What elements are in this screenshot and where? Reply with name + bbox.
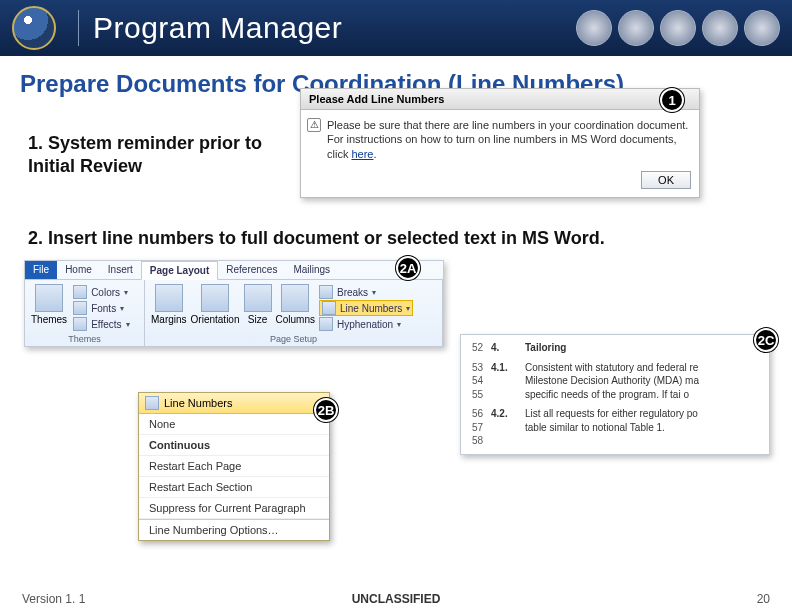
ribbon-tab-file[interactable]: File [25, 261, 57, 279]
dropdown-header[interactable]: Line Numbers▾ [139, 393, 329, 414]
footer-version: Version 1. 1 [22, 592, 85, 606]
sample-row: 564.2.List all requests for either regul… [465, 407, 763, 421]
branch-seal-icon [744, 10, 780, 46]
dropdown-item-restart-section[interactable]: Restart Each Section [139, 477, 329, 498]
line-numbers-icon [322, 301, 336, 315]
ribbon-tab-mailings[interactable]: Mailings [285, 261, 338, 279]
dialog-footer: OK [301, 167, 699, 197]
dropdown-item-suppress[interactable]: Suppress for Current Paragraph [139, 498, 329, 519]
word-ribbon: File Home Insert Page Layout References … [24, 260, 444, 347]
ribbon-group-themes: Themes Colors▾ Fonts▾ Effects▾ Themes [25, 280, 145, 346]
dialog-body-text: Please be sure that there are line numbe… [327, 119, 688, 160]
dropdown-item-continuous[interactable]: Continuous [139, 435, 329, 456]
sample-row: 58 [465, 434, 763, 448]
size-icon[interactable] [244, 284, 272, 312]
branch-seal-icon [576, 10, 612, 46]
dialog-body: ⚠ Please be sure that there are line num… [301, 110, 699, 167]
ribbon-tab-home[interactable]: Home [57, 261, 100, 279]
callout-badge-2b: 2B [314, 398, 338, 422]
step-1-text: 1. System reminder prior to Initial Revi… [28, 132, 268, 177]
chevron-down-icon: ▾ [372, 288, 376, 297]
line-numbers-icon [145, 396, 159, 410]
chevron-down-icon: ▾ [406, 304, 410, 313]
footer-page-number: 20 [757, 592, 770, 606]
colors-icon [73, 285, 87, 299]
dialog-body-post: . [373, 148, 376, 160]
group-label-themes: Themes [31, 334, 138, 344]
orientation-icon[interactable] [201, 284, 229, 312]
callout-badge-2a: 2A [396, 256, 420, 280]
header-title: Program Manager [93, 11, 342, 45]
warning-icon: ⚠ [307, 118, 321, 132]
fonts-icon [73, 301, 87, 315]
fonts-button[interactable]: Fonts▾ [73, 300, 129, 316]
sample-row: 534.1.Consistent with statutory and fede… [465, 361, 763, 375]
columns-icon[interactable] [281, 284, 309, 312]
chevron-down-icon: ▾ [124, 288, 128, 297]
effects-icon [73, 317, 87, 331]
chevron-down-icon: ▾ [397, 320, 401, 329]
ribbon-tab-page-layout[interactable]: Page Layout [141, 261, 218, 280]
branch-seal-icon [660, 10, 696, 46]
sample-row: 55specific needs of the program. If tai … [465, 388, 763, 402]
sample-row: 57table similar to notional Table 1. [465, 421, 763, 435]
slide-content: Prepare Documents for Coordination (Line… [0, 56, 792, 586]
line-numbered-sample: 524.Tailoring 534.1.Consistent with stat… [460, 334, 770, 455]
dod-seal-icon [12, 6, 56, 50]
line-numbers-dialog: Please Add Line Numbers ⚠ Please be sure… [300, 88, 700, 198]
effects-button[interactable]: Effects▾ [73, 316, 129, 332]
ribbon-tabs: File Home Insert Page Layout References … [25, 261, 443, 280]
chevron-down-icon: ▾ [126, 320, 130, 329]
ribbon-tab-insert[interactable]: Insert [100, 261, 141, 279]
header-divider [78, 10, 79, 46]
group-label-page-setup: Page Setup [151, 334, 436, 344]
dialog-title: Please Add Line Numbers [301, 89, 699, 110]
hyphenation-button[interactable]: Hyphenation▾ [319, 316, 413, 332]
slide-footer: Version 1. 1 UNCLASSIFIED 20 [0, 586, 792, 612]
line-numbers-button[interactable]: Line Numbers▾ [319, 300, 413, 316]
sample-row: 54Milestone Decision Authority (MDA) ma [465, 374, 763, 388]
branch-seals [576, 10, 780, 46]
sample-row: 524.Tailoring [465, 341, 763, 355]
dialog-here-link[interactable]: here [351, 148, 373, 160]
ribbon-group-page-setup: Margins Orientation Size Columns Breaks▾… [145, 280, 443, 346]
callout-badge-2c: 2C [754, 328, 778, 352]
ribbon-tab-references[interactable]: References [218, 261, 285, 279]
breaks-icon [319, 285, 333, 299]
margins-icon[interactable] [155, 284, 183, 312]
chevron-down-icon: ▾ [120, 304, 124, 313]
breaks-button[interactable]: Breaks▾ [319, 284, 413, 300]
branch-seal-icon [618, 10, 654, 46]
themes-label: Themes [31, 314, 67, 325]
step-2-text: 2. Insert line numbers to full document … [28, 228, 748, 249]
header-bar: Program Manager [0, 0, 792, 56]
ribbon-body: Themes Colors▾ Fonts▾ Effects▾ Themes Ma… [25, 280, 443, 346]
dropdown-item-options[interactable]: Line Numbering Options… [139, 519, 329, 540]
dropdown-item-restart-page[interactable]: Restart Each Page [139, 456, 329, 477]
footer-classification: UNCLASSIFIED [352, 592, 441, 606]
hyphenation-icon [319, 317, 333, 331]
ok-button[interactable]: OK [641, 171, 691, 189]
line-numbers-dropdown: Line Numbers▾ None Continuous Restart Ea… [138, 392, 330, 541]
dropdown-item-none[interactable]: None [139, 414, 329, 435]
callout-badge-1: 1 [660, 88, 684, 112]
themes-icon[interactable] [35, 284, 63, 312]
colors-button[interactable]: Colors▾ [73, 284, 129, 300]
branch-seal-icon [702, 10, 738, 46]
